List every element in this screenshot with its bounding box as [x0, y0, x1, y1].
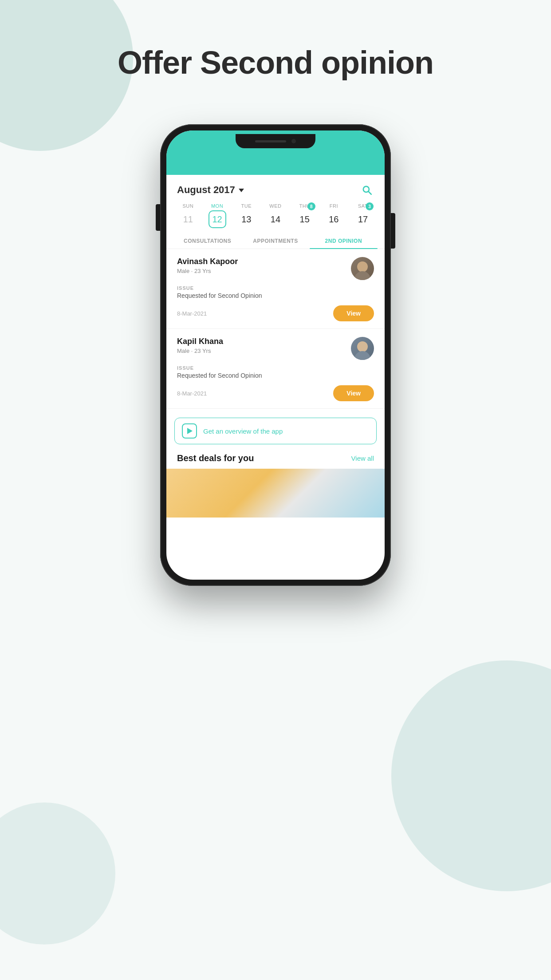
notch-camera: [291, 139, 296, 143]
card-footer-2: 8-Mar-2021 View: [177, 385, 374, 401]
phone-outer-shell: August 2017 SUN 11: [160, 124, 391, 586]
issue-label-2: ISSUE: [177, 365, 374, 371]
day-number-sun: 11: [179, 210, 197, 228]
play-icon-box: [182, 423, 197, 439]
sat-badge: 3: [366, 202, 374, 210]
phone-screen: August 2017 SUN 11: [166, 130, 385, 580]
svg-line-1: [369, 192, 371, 194]
patient-meta-2: Male · 23 Yrs: [177, 348, 223, 354]
calendar-header: August 2017: [166, 175, 385, 202]
day-number-wed: 14: [267, 210, 284, 228]
issue-text-1: Requested for Second Opinion: [177, 292, 374, 299]
view-button-2[interactable]: View: [333, 385, 374, 401]
notch: [236, 134, 315, 148]
patient-meta-1: Male · 23 Yrs: [177, 268, 238, 274]
bg-decoration-bottom-left: [0, 802, 115, 944]
month-year-selector[interactable]: August 2017: [177, 184, 244, 196]
best-deals-title: Best deals for you: [177, 453, 254, 463]
overview-text: Get an overview of the app: [203, 427, 283, 435]
day-number-fri: 16: [325, 210, 342, 228]
card-footer-1: 8-Mar-2021 View: [177, 305, 374, 321]
thu-badge: 8: [307, 202, 315, 210]
view-button-1[interactable]: View: [333, 305, 374, 321]
patient-name-2: Kapil Khana: [177, 337, 223, 346]
best-deals-header: Best deals for you View all: [166, 450, 385, 469]
day-label-wed: WED: [269, 203, 281, 209]
patient-top-2: Kapil Khana Male · 23 Yrs: [177, 337, 374, 360]
day-number-tue: 13: [237, 210, 255, 228]
phone-header: [166, 130, 385, 175]
patient-avatar-1: [351, 257, 374, 280]
day-wed[interactable]: WED 14: [267, 203, 284, 228]
patient-name-1: Avinash Kapoor: [177, 257, 238, 266]
patient-top-1: Avinash Kapoor Male · 23 Yrs: [177, 257, 374, 280]
bg-decoration-bottom-right: [391, 660, 551, 891]
day-label-tue: TUE: [241, 203, 252, 209]
day-sat[interactable]: 3 SAT 17: [354, 203, 372, 228]
day-number-thu: 15: [296, 210, 314, 228]
search-button[interactable]: [360, 183, 374, 197]
tab-second-opinion[interactable]: 2ND OPINION: [310, 233, 378, 249]
day-tue[interactable]: TUE 13: [237, 203, 255, 228]
day-label-sun: SUN: [182, 203, 193, 209]
chevron-down-icon: [239, 189, 244, 192]
overview-banner[interactable]: Get an overview of the app: [174, 418, 377, 444]
patient-info-2: Kapil Khana Male · 23 Yrs: [177, 337, 223, 354]
page-title: Offer Second opinion: [0, 44, 551, 81]
day-thu[interactable]: 8 THU 15: [296, 203, 314, 228]
search-icon: [361, 184, 373, 196]
tab-appointments[interactable]: APPOINTMENTS: [241, 233, 309, 249]
view-all-link[interactable]: View all: [351, 454, 374, 462]
day-number-sat: 17: [354, 210, 372, 228]
issue-text-2: Requested for Second Opinion: [177, 372, 374, 379]
day-sun[interactable]: SUN 11: [179, 203, 197, 228]
issue-label-1: ISSUE: [177, 285, 374, 291]
day-label-fri: FRI: [330, 203, 338, 209]
day-label-mon: MON: [211, 203, 223, 209]
app-content: August 2017 SUN 11: [166, 175, 385, 518]
month-year-label: August 2017: [177, 184, 235, 196]
patient-info-1: Avinash Kapoor Male · 23 Yrs: [177, 257, 238, 274]
play-icon: [187, 428, 193, 434]
deals-strip: [166, 469, 385, 518]
day-number-mon: 12: [209, 210, 226, 228]
calendar-days-row: SUN 11 MON 12 TUE 13 WED: [166, 202, 385, 233]
patient-card-1: Avinash Kapoor Male · 23 Yrs ISSUE Reque…: [166, 249, 385, 329]
phone-mockup: August 2017 SUN 11: [160, 124, 391, 586]
notch-speaker: [255, 140, 286, 142]
tabs-row: CONSULTATIONS APPOINTMENTS 2ND OPINION: [166, 233, 385, 249]
patient-card-2: Kapil Khana Male · 23 Yrs ISSUE Requeste…: [166, 329, 385, 409]
card-date-2: 8-Mar-2021: [177, 390, 207, 397]
day-mon[interactable]: MON 12: [209, 203, 226, 228]
patient-avatar-2: [351, 337, 374, 360]
card-date-1: 8-Mar-2021: [177, 310, 207, 317]
tab-consultations[interactable]: CONSULTATIONS: [173, 233, 241, 249]
day-fri[interactable]: FRI 16: [325, 203, 342, 228]
